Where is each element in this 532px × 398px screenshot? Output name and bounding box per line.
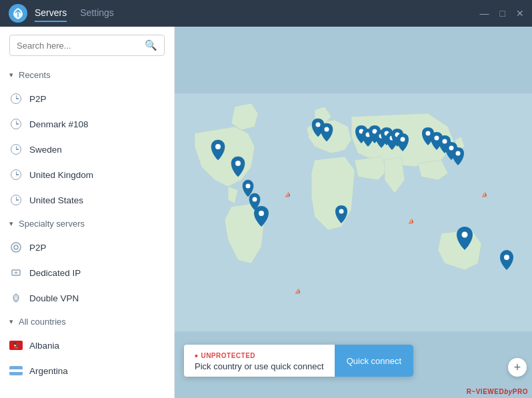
svg-point-22 <box>449 146 454 151</box>
app-logo <box>8 3 28 23</box>
svg-point-9 <box>316 123 321 127</box>
section-specialty-label: Specialty servers <box>19 219 85 229</box>
clock-icon <box>9 168 23 181</box>
window-controls: — □ ✕ <box>480 8 524 19</box>
svg-point-20 <box>435 136 439 141</box>
status-text: UNPROTECTED Pick country or use quick co… <box>184 351 335 371</box>
section-specialty[interactable]: ▾ Specialty servers <box>0 213 174 235</box>
chevron-down-icon: ▾ <box>9 317 13 326</box>
svg-text:⛵: ⛵ <box>295 288 301 295</box>
main-content: 🔍 ▾ Recents P2P Denmark #108 <box>0 27 532 398</box>
svg-text:⛵: ⛵ <box>408 218 415 225</box>
svg-point-27 <box>259 211 264 216</box>
maximize-button[interactable]: □ <box>500 8 505 19</box>
svg-point-18 <box>401 137 405 142</box>
status-bar: UNPROTECTED Pick country or use quick co… <box>184 345 413 377</box>
tab-servers[interactable]: Servers <box>35 5 67 22</box>
svg-point-24 <box>462 232 468 238</box>
item-label: Sweden <box>29 145 62 155</box>
item-label: Double VPN <box>29 293 79 303</box>
search-input[interactable] <box>17 41 145 51</box>
item-label: United States <box>29 195 83 205</box>
titlebar: Servers Settings — □ ✕ <box>0 0 532 27</box>
clock-icon <box>9 143 23 156</box>
protection-status: UNPROTECTED <box>195 351 324 361</box>
section-all-countries-label: All countries <box>19 317 66 327</box>
item-label: Albania <box>29 341 59 351</box>
item-label: Denmark #108 <box>29 119 89 129</box>
quick-connect-button[interactable]: Quick connect <box>335 345 413 377</box>
item-label: United Kingdom <box>29 170 93 180</box>
sidebar-item-albania[interactable]: 🦅 Albania <box>0 333 174 358</box>
svg-point-5 <box>215 144 221 149</box>
search-box[interactable]: 🔍 <box>9 35 165 56</box>
plus-button[interactable]: + <box>508 358 527 377</box>
sidebar-item-p2p-specialty[interactable]: P2P <box>0 235 174 260</box>
section-all-countries[interactable]: ▾ All countries <box>0 311 174 333</box>
world-map: ⛵ ⛵ ⛵ ⛵ <box>175 27 532 398</box>
svg-point-25 <box>504 255 509 260</box>
chevron-down-icon: ▾ <box>9 219 13 228</box>
flag-albania-icon: 🦅 <box>9 339 23 352</box>
chevron-down-icon: ▾ <box>9 71 13 79</box>
section-recents[interactable]: ▾ Recents <box>0 64 174 86</box>
svg-point-7 <box>246 184 251 189</box>
svg-point-1 <box>11 243 21 252</box>
item-label: Dedicated IP <box>29 268 81 278</box>
clock-icon <box>9 193 23 207</box>
double-vpn-icon <box>9 291 23 305</box>
sidebar-item-united-states[interactable]: United States <box>0 187 174 213</box>
svg-point-8 <box>253 197 257 202</box>
tab-settings[interactable]: Settings <box>80 5 114 22</box>
item-label: P2P <box>29 94 47 104</box>
sidebar-item-p2p-recent[interactable]: P2P <box>0 86 174 111</box>
sidebar-item-double-vpn[interactable]: Double VPN <box>0 285 174 311</box>
svg-text:⛵: ⛵ <box>285 191 291 198</box>
map-area[interactable]: ⛵ ⛵ ⛵ ⛵ UNPROTECTED Pick country or use … <box>175 27 532 398</box>
clock-icon <box>9 92 23 105</box>
status-message: Pick country or use quick connect <box>195 361 324 371</box>
sidebar-item-dedicated-ip[interactable]: Dedicated IP <box>0 260 174 285</box>
minimize-button[interactable]: — <box>480 8 489 19</box>
svg-point-6 <box>235 161 241 166</box>
svg-point-2 <box>14 245 18 249</box>
item-label: P2P <box>29 243 47 253</box>
flag-argentina-icon <box>9 364 23 377</box>
nav-tabs: Servers Settings <box>35 5 480 22</box>
svg-point-23 <box>456 151 461 156</box>
svg-point-26 <box>339 209 344 214</box>
item-label: Argentina <box>29 366 68 376</box>
watermark: R~VIEWEDbyPRO <box>467 388 528 395</box>
svg-point-21 <box>443 139 447 144</box>
sidebar-item-denmark[interactable]: Denmark #108 <box>0 111 174 137</box>
clock-icon <box>9 117 23 131</box>
section-recents-label: Recents <box>19 70 51 80</box>
sidebar-list: ▾ Recents P2P Denmark #108 <box>0 64 174 398</box>
svg-text:⛵: ⛵ <box>481 191 488 198</box>
svg-point-10 <box>325 127 329 132</box>
sidebar-item-argentina[interactable]: Argentina <box>0 358 174 383</box>
svg-point-19 <box>426 131 431 136</box>
p2p-icon <box>9 241 23 254</box>
sidebar-item-sweden[interactable]: Sweden <box>0 137 174 162</box>
sidebar-item-united-kingdom[interactable]: United Kingdom <box>0 162 174 187</box>
search-icon: 🔍 <box>145 39 157 51</box>
close-button[interactable]: ✕ <box>516 8 524 19</box>
dedicated-icon <box>9 266 23 279</box>
sidebar: 🔍 ▾ Recents P2P Denmark #108 <box>0 27 175 398</box>
